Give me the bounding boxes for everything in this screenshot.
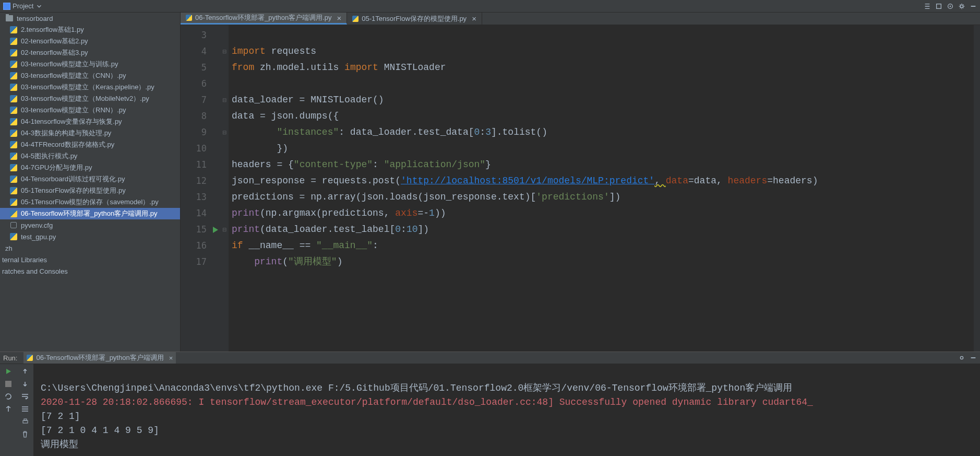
tree-file[interactable]: 03-tensorflow模型建立（MobileNetv2）.py <box>0 93 180 104</box>
python-file-icon <box>10 153 17 160</box>
error-stripe[interactable] <box>974 25 980 352</box>
close-icon[interactable]: × <box>472 14 476 23</box>
console-line-error: 2020-11-28 20:18:02.866695: I tensorflow… <box>41 397 813 407</box>
stop-button[interactable] <box>4 380 13 388</box>
tree-file-label: 03-tensorflow模型建立（CNN）.py <box>21 71 126 80</box>
minimize-icon[interactable] <box>970 3 977 10</box>
project-toolbar: Project <box>0 0 980 13</box>
tree-file-label: 04-Tensorboard训练过程可视化.py <box>21 174 125 184</box>
tree-file-label: 03-tensorflow模型建立（RNN）.py <box>21 106 126 115</box>
console-line: [7 2 1 0 4 1 4 9 5 9] <box>41 425 159 436</box>
restart-button[interactable] <box>4 392 13 401</box>
tree-file[interactable]: 03-tensorflow模型建立（RNN）.py <box>0 104 180 116</box>
code-content[interactable]: import requests from zh.model.utils impo… <box>229 25 974 352</box>
tree-file-label: 06-Tensorflow环境部署_python客户端调用.py <box>21 209 158 218</box>
tree-file-selected[interactable]: 06-Tensorflow环境部署_python客户端调用.py <box>0 208 180 219</box>
python-file-icon <box>10 72 17 79</box>
tree-file[interactable]: 04-7GPU分配与使用.py <box>0 162 180 173</box>
tree-file-label: 05-1TensorFlow保存的模型使用.py <box>21 186 126 195</box>
run-actions-toolbar <box>0 364 17 456</box>
tree-file[interactable]: 03-tensorflow模型建立与训练.py <box>0 59 180 70</box>
scroll-to-end-button[interactable] <box>21 405 29 413</box>
chevron-down-icon[interactable] <box>35 3 43 10</box>
python-file-icon <box>10 233 17 240</box>
config-file-icon <box>10 222 17 228</box>
print-button[interactable] <box>21 417 29 426</box>
run-tool-window: Run: 06-Tensorflow环境部署_python客户端调用 × <box>0 352 980 456</box>
tab-label: 06-Tensorflow环境部署_python客户端调用.py <box>195 13 332 22</box>
run-tab-label: 06-Tensorflow环境部署_python客户端调用 <box>36 353 163 363</box>
soft-wrap-button[interactable] <box>21 392 29 401</box>
svg-rect-6 <box>23 420 28 423</box>
folder-icon <box>6 15 13 21</box>
tree-file[interactable]: 05-1TensorFlow模型的保存（savemodel）.py <box>0 196 180 208</box>
tree-external-libraries[interactable]: ternal Libraries <box>0 254 180 265</box>
down-button[interactable] <box>21 380 29 388</box>
tree-file-label: 05-1TensorFlow模型的保存（savemodel）.py <box>21 197 159 207</box>
tree-file-label: 04-3数据集的构建与预处理.py <box>21 128 111 138</box>
tree-folder-root[interactable]: tensorboard <box>0 13 180 24</box>
console-output[interactable]: C:\Users\Chengjinpei\Anaconda3\envs\tf2\… <box>33 364 980 456</box>
tree-file[interactable]: test_gpu.py <box>0 231 180 242</box>
tree-scratches[interactable]: ratches and Consoles <box>0 265 180 277</box>
python-file-icon <box>10 38 17 45</box>
up-button[interactable] <box>21 367 29 376</box>
tree-file-label: 03-tensorflow模型建立与训练.py <box>21 60 118 69</box>
tree-file[interactable]: 04-4TFRecord数据存储格式.py <box>0 139 180 150</box>
python-file-icon <box>186 15 192 21</box>
gear-icon[interactable] <box>958 3 965 10</box>
tree-label: ratches and Consoles <box>2 267 68 275</box>
tree-file-label: 02-tensorflow基础2.py <box>21 37 88 46</box>
tree-file[interactable]: 04-5图执行模式.py <box>0 150 180 162</box>
tree-file-label: 03-tensorflow模型建立（MobileNetv2）.py <box>21 94 149 103</box>
tab-active[interactable]: 06-Tensorflow环境部署_python客户端调用.py × <box>181 13 347 25</box>
python-file-icon <box>10 61 17 68</box>
tree-file[interactable]: 02-tensorflow基础3.py <box>0 47 180 59</box>
tab[interactable]: 05-1TensorFlow保存的模型使用.py × <box>347 13 482 25</box>
python-file-icon <box>352 16 358 22</box>
code-editor[interactable]: 345 678 91011 121314 151617 ⊟ <box>181 25 980 352</box>
tree-file-label: 04-7GPU分配与使用.py <box>21 163 92 172</box>
tree-file[interactable]: pyvenv.cfg <box>0 219 180 231</box>
tab-label: 05-1TensorFlow保存的模型使用.py <box>362 14 467 24</box>
gear-icon[interactable] <box>958 354 965 361</box>
gutter-fold-markers: ⊟ ⊟ ⊟ ⊟ <box>220 25 229 352</box>
tree-file[interactable]: 04-1tensorflow变量保存与恢复.py <box>0 116 180 127</box>
close-icon[interactable]: × <box>169 354 173 362</box>
run-gutter-icon[interactable] <box>213 227 218 233</box>
python-file-icon <box>10 107 17 114</box>
tree-file[interactable]: 04-3数据集的构建与预处理.py <box>0 127 180 139</box>
collapse-icon[interactable] <box>924 3 931 10</box>
svg-rect-0 <box>937 4 941 8</box>
expand-icon[interactable] <box>935 3 942 10</box>
svg-point-2 <box>950 5 951 7</box>
python-file-icon <box>10 187 17 194</box>
tree-folder[interactable]: zh <box>0 242 180 254</box>
tree-file[interactable]: 02-tensorflow基础2.py <box>0 36 180 47</box>
tree-file-label: 04-4TFRecord数据存储格式.py <box>21 140 114 149</box>
tree-file[interactable]: 03-tensorflow模型建立（Keras.pipeline）.py <box>0 81 180 93</box>
svg-rect-5 <box>5 381 11 387</box>
tree-file-label: 02-tensorflow基础3.py <box>21 48 88 57</box>
pin-button[interactable] <box>4 405 13 413</box>
tree-file-label: 04-1tensorflow变量保存与恢复.py <box>21 117 122 126</box>
python-file-icon <box>10 26 17 33</box>
tree-file[interactable]: 05-1TensorFlow保存的模型使用.py <box>0 185 180 196</box>
python-file-icon <box>10 210 17 217</box>
tree-file[interactable]: 04-Tensorboard训练过程可视化.py <box>0 173 180 185</box>
console-line: 调用模型 <box>41 439 78 450</box>
tree-file[interactable]: 03-tensorflow模型建立（CNN）.py <box>0 70 180 81</box>
python-file-icon <box>10 49 17 56</box>
run-button[interactable] <box>4 367 13 376</box>
minimize-icon[interactable] <box>970 354 977 361</box>
project-title: Project <box>13 2 33 10</box>
tree-file[interactable]: 2.tensorflow基础1.py <box>0 24 180 36</box>
svg-point-3 <box>960 5 963 7</box>
close-icon[interactable]: × <box>337 14 342 22</box>
trash-button[interactable] <box>21 430 29 438</box>
locate-icon[interactable] <box>947 3 954 10</box>
svg-point-4 <box>960 356 963 359</box>
python-file-icon <box>10 176 17 183</box>
python-file-icon <box>10 164 17 171</box>
run-config-tab[interactable]: 06-Tensorflow环境部署_python客户端调用 × <box>23 352 176 364</box>
